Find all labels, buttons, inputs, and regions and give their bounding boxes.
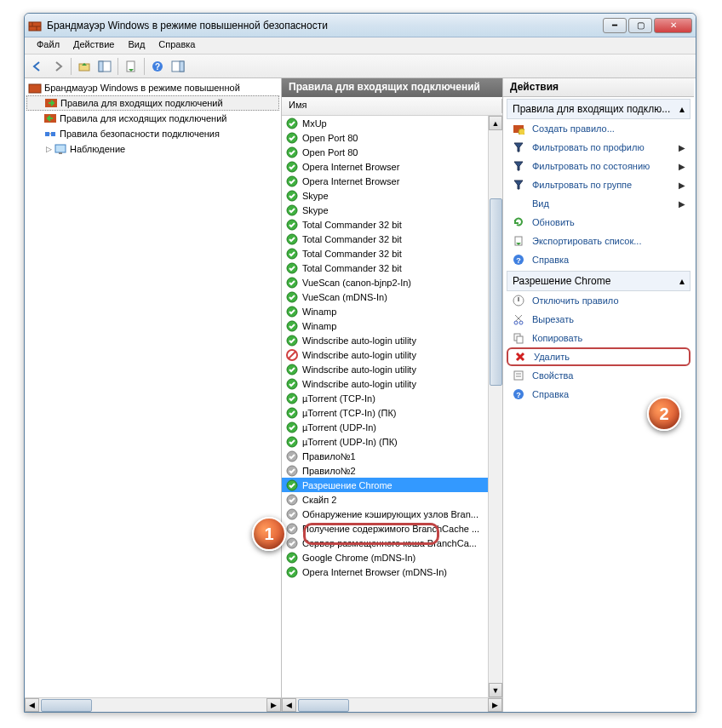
forward-button[interactable] bbox=[49, 57, 67, 76]
rule-row[interactable]: Total Commander 32 bit bbox=[282, 232, 502, 246]
actions-section-selected[interactable]: Разрешение Chrome ▴ bbox=[507, 271, 690, 291]
menu-file[interactable]: Файл bbox=[30, 37, 66, 54]
rule-row[interactable]: Total Commander 32 bit bbox=[282, 217, 502, 232]
scroll-right-button[interactable]: ▶ bbox=[488, 698, 502, 712]
action-filter[interactable]: Фильтровать по группе▶ bbox=[507, 175, 690, 194]
help-button[interactable]: ? bbox=[148, 57, 167, 76]
rule-row[interactable]: Skype bbox=[282, 203, 502, 217]
scroll-left-button[interactable]: ◀ bbox=[25, 698, 39, 712]
rule-row[interactable]: MxUp bbox=[282, 116, 502, 130]
menu-view[interactable]: Вид bbox=[121, 37, 152, 54]
action-new-rule[interactable]: Создать правило... bbox=[507, 119, 690, 138]
expand-icon[interactable]: ▷ bbox=[43, 144, 54, 154]
action-cut[interactable]: Вырезать bbox=[507, 310, 690, 329]
close-button[interactable]: ✕ bbox=[654, 18, 692, 33]
menubar: Файл Действие Вид Справка bbox=[25, 37, 696, 54]
rule-row[interactable]: Обнаружение кэширующих узлов Bran... bbox=[282, 507, 502, 521]
rule-state-icon bbox=[285, 203, 299, 217]
copy-icon bbox=[512, 331, 525, 345]
rule-row[interactable]: Windscribe auto-login utility bbox=[282, 376, 502, 391]
tree-outbound-rules[interactable]: Правила для исходящих подключений bbox=[26, 111, 279, 126]
rule-row[interactable]: Разрешение Chrome bbox=[282, 478, 502, 492]
scroll-thumb[interactable] bbox=[41, 699, 92, 712]
tree-hscrollbar[interactable]: ◀ ▶ bbox=[25, 697, 281, 712]
collapse-icon[interactable]: ▴ bbox=[679, 103, 685, 115]
rule-row[interactable]: Winamp bbox=[282, 318, 502, 333]
rule-row[interactable]: Правило№2 bbox=[282, 463, 502, 478]
rules-header: Правила для входящих подключений bbox=[282, 78, 502, 97]
rules-list[interactable]: MxUpOpen Port 80Open Port 80Opera Intern… bbox=[282, 116, 502, 697]
rule-row[interactable]: Скайп 2 bbox=[282, 492, 502, 507]
maximize-button[interactable]: ▢ bbox=[628, 18, 652, 33]
show-hide-tree-button[interactable] bbox=[95, 57, 114, 76]
rule-name: Получение содержимого BranchCache ... bbox=[302, 524, 479, 534]
nav-tree[interactable]: Брандмауэр Windows в режиме повышенной П… bbox=[25, 78, 281, 697]
action-filter[interactable]: Фильтровать по состоянию▶ bbox=[507, 157, 690, 175]
rule-name: VueScan (mDNS-In) bbox=[302, 292, 387, 302]
action-help[interactable]: ?Справка bbox=[507, 385, 690, 404]
action-refresh[interactable]: Обновить bbox=[507, 213, 690, 232]
column-header-name[interactable]: Имя bbox=[282, 97, 502, 116]
action-disable[interactable]: Отключить правило bbox=[507, 291, 690, 310]
back-button[interactable] bbox=[28, 57, 47, 76]
rule-row[interactable]: Open Port 80 bbox=[282, 145, 502, 159]
rule-row[interactable]: µTorrent (TCP-In) bbox=[282, 391, 502, 405]
rule-row[interactable]: Winamp bbox=[282, 304, 502, 318]
actions-section-inbound[interactable]: Правила для входящих подклю... ▴ bbox=[507, 99, 690, 119]
rule-state-icon bbox=[285, 305, 299, 318]
rule-row[interactable]: µTorrent (UDP-In) bbox=[282, 420, 502, 434]
show-hide-actions-button[interactable] bbox=[169, 57, 187, 76]
tree-connection-security[interactable]: Правила безопасности подключения bbox=[26, 126, 279, 141]
tree-inbound-rules[interactable]: Правила для входящих подключений bbox=[26, 95, 279, 111]
rule-row[interactable]: Open Port 80 bbox=[282, 130, 502, 145]
svg-point-59 bbox=[514, 321, 518, 324]
rule-row[interactable]: Windscribe auto-login utility bbox=[282, 362, 502, 376]
up-folder-button[interactable] bbox=[75, 57, 94, 76]
rule-row[interactable]: Правило№1 bbox=[282, 449, 502, 463]
action-blank[interactable]: Вид▶ bbox=[507, 194, 690, 213]
rule-row[interactable]: µTorrent (TCP-In) (ПК) bbox=[282, 405, 502, 420]
rule-row[interactable]: Opera Internet Browser bbox=[282, 174, 502, 188]
menu-help[interactable]: Справка bbox=[152, 37, 202, 54]
rules-vscrollbar[interactable]: ▲ ▼ bbox=[488, 116, 502, 697]
tree-root[interactable]: Брандмауэр Windows в режиме повышенной bbox=[26, 80, 279, 95]
scroll-up-button[interactable]: ▲ bbox=[489, 116, 502, 130]
rule-name: Winamp bbox=[302, 321, 336, 331]
rule-row[interactable]: Windscribe auto-login utility bbox=[282, 347, 502, 362]
rule-row[interactable]: Opera Internet Browser (mDNS-In) bbox=[282, 565, 502, 579]
titlebar[interactable]: Брандмауэр Windows в режиме повышенной б… bbox=[25, 14, 696, 37]
rules-hscrollbar[interactable]: ◀ ▶ bbox=[282, 697, 502, 712]
action-copy[interactable]: Копировать bbox=[507, 329, 690, 347]
rule-row[interactable]: Opera Internet Browser bbox=[282, 159, 502, 174]
delete-icon bbox=[513, 350, 527, 364]
scroll-left-button[interactable]: ◀ bbox=[282, 698, 296, 712]
rule-row[interactable]: VueScan (mDNS-In) bbox=[282, 289, 502, 304]
rule-row[interactable]: µTorrent (UDP-In) (ПК) bbox=[282, 434, 502, 449]
filter-icon bbox=[512, 159, 525, 173]
tree-monitoring[interactable]: ▷ Наблюдение bbox=[26, 141, 279, 157]
action-filter[interactable]: Фильтровать по профилю▶ bbox=[507, 138, 690, 157]
action-props[interactable]: Свойства bbox=[507, 366, 690, 385]
rule-row[interactable]: Total Commander 32 bit bbox=[282, 261, 502, 275]
rule-row[interactable]: Google Chrome (mDNS-In) bbox=[282, 550, 502, 565]
rule-row[interactable]: Total Commander 32 bit bbox=[282, 246, 502, 261]
menu-action[interactable]: Действие bbox=[66, 37, 121, 54]
action-help[interactable]: ?Справка bbox=[507, 250, 690, 269]
rule-row[interactable]: Windscribe auto-login utility bbox=[282, 333, 502, 347]
scroll-thumb[interactable] bbox=[490, 198, 502, 386]
svg-rect-6 bbox=[99, 61, 103, 72]
collapse-icon[interactable]: ▴ bbox=[679, 275, 685, 287]
rule-row[interactable]: Получение содержимого BranchCache ... bbox=[282, 521, 502, 536]
export-list-button[interactable] bbox=[122, 57, 140, 76]
action-delete[interactable]: Удалить bbox=[507, 347, 690, 366]
rule-row[interactable]: Skype bbox=[282, 188, 502, 203]
scroll-right-button[interactable]: ▶ bbox=[266, 698, 281, 712]
scroll-down-button[interactable]: ▼ bbox=[489, 683, 502, 697]
rule-row[interactable]: Сервер размещенного кэша BranchCa... bbox=[282, 536, 502, 550]
action-export[interactable]: Экспортировать список... bbox=[507, 232, 690, 250]
scroll-thumb[interactable] bbox=[298, 699, 349, 712]
rule-state-icon bbox=[285, 334, 299, 347]
rule-row[interactable]: VueScan (canon-bjnp2-In) bbox=[282, 275, 502, 289]
minimize-button[interactable]: ━ bbox=[603, 18, 627, 33]
rule-state-icon bbox=[285, 117, 299, 130]
